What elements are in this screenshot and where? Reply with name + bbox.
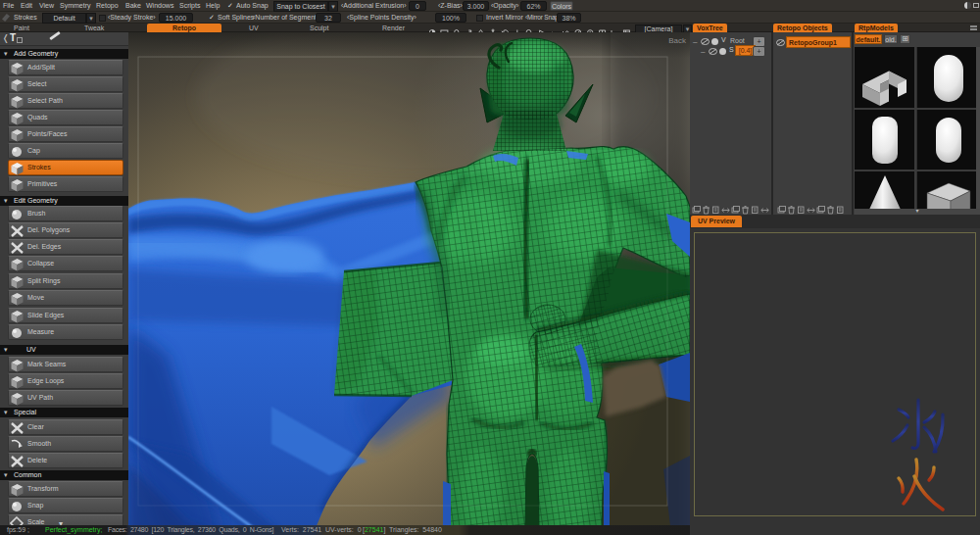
svg-text:Back: Back: [668, 36, 687, 45]
